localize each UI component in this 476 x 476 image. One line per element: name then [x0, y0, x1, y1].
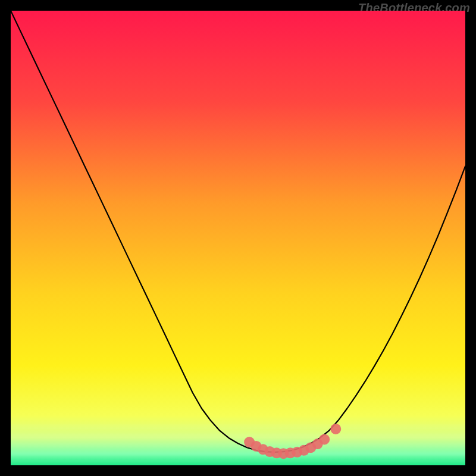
- svg-rect-3: [11, 434, 465, 439]
- svg-rect-7: [11, 452, 465, 456]
- svg-rect-6: [11, 447, 465, 452]
- chart-svg: [11, 11, 465, 465]
- svg-rect-4: [11, 438, 465, 443]
- svg-rect-8: [11, 456, 465, 461]
- svg-point-21: [319, 434, 330, 444]
- chart-frame: TheBottleneck.com: [0, 0, 476, 476]
- svg-rect-0: [11, 420, 465, 425]
- plot-area: [11, 11, 465, 465]
- svg-point-22: [330, 424, 341, 434]
- gradient-background: [11, 11, 465, 465]
- svg-rect-9: [11, 461, 465, 465]
- svg-rect-1: [11, 424, 465, 429]
- svg-rect-2: [11, 429, 465, 434]
